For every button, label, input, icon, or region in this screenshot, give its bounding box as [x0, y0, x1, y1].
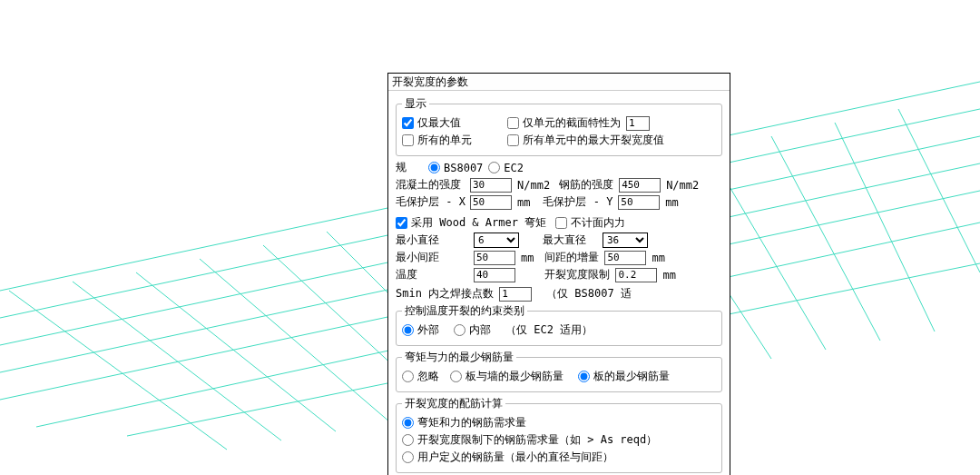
cover-y-input[interactable]: [618, 195, 660, 210]
smin-input[interactable]: [499, 287, 532, 302]
concrete-strength-input[interactable]: [470, 178, 512, 193]
display-legend: 显示: [402, 96, 429, 112]
svg-line-20: [835, 123, 935, 332]
restraint-legend: 控制温度开裂的约束类别: [402, 303, 527, 319]
svg-line-10: [200, 259, 390, 422]
crack-limit-label: 开裂宽度限制: [544, 267, 610, 282]
cover-x-label: 毛保护层 - X: [396, 194, 465, 210]
code-bs8007-radio[interactable]: BS8007: [428, 162, 483, 174]
min-dia-label: 最小直径: [396, 233, 468, 248]
dialog-title: 开裂宽度的参数: [388, 74, 730, 91]
only-unit-prop-checkbox[interactable]: 仅单元的截面特性为: [507, 115, 621, 131]
minsteel-slab-radio[interactable]: 板的最少钢筋量: [578, 369, 670, 384]
rebar-strength-input[interactable]: [619, 178, 661, 193]
restraint-external-radio[interactable]: 外部: [402, 322, 439, 338]
min-spacing-input[interactable]: [474, 251, 515, 265]
code-ec2-radio[interactable]: EC2: [488, 162, 524, 174]
unit-prop-input[interactable]: [626, 116, 650, 131]
cover-y-unit: mm: [665, 196, 678, 209]
svg-line-9: [136, 272, 336, 431]
min-spacing-label: 最小间距: [396, 250, 468, 265]
no-inplane-checkbox[interactable]: 不计面内力: [555, 215, 625, 231]
temperature-label: 温度: [396, 267, 468, 282]
restraint-note: （仅 EC2 适用）: [505, 322, 593, 338]
minsteel-group: 弯矩与力的最少钢筋量 忽略 板与墙的最少钢筋量 板的最少钢筋量: [396, 350, 722, 392]
smin-note: （仅 BS8007 适: [546, 286, 632, 302]
spacing-inc-label: 间距的增量: [544, 250, 599, 265]
calc-legend: 开裂宽度的配筋计算: [402, 396, 505, 411]
code-label: 规: [396, 160, 407, 175]
calc-opt2-radio[interactable]: 开裂宽度限制下的钢筋需求量（如 > As reqd）: [402, 432, 657, 448]
max-dia-label: 最大直径: [543, 233, 597, 248]
restraint-group: 控制温度开裂的约束类别 外部 内部 （仅 EC2 适用）: [396, 303, 722, 346]
minsteel-slabwall-radio[interactable]: 板与墙的最少钢筋量: [450, 369, 564, 384]
wood-armer-checkbox[interactable]: 采用 Wood & Armer 弯矩: [396, 215, 550, 231]
calc-opt3-radio[interactable]: 用户定义的钢筋量（最小的直径与间距）: [402, 450, 613, 465]
min-dia-select[interactable]: 6: [474, 233, 519, 248]
svg-line-19: [771, 136, 880, 341]
cover-x-unit: mm: [517, 196, 530, 209]
crack-width-dialog: 开裂宽度的参数 显示 仅最大值 仅单元的截面特性为 所有的单元 所有单元中的最大…: [387, 73, 730, 475]
minsteel-ignore-radio[interactable]: 忽略: [402, 369, 439, 384]
rebar-strength-label: 钢筋的强度: [559, 177, 613, 193]
all-units-checkbox[interactable]: 所有的单元: [402, 133, 502, 148]
max-dia-select[interactable]: 36: [603, 233, 648, 248]
cover-x-input[interactable]: [470, 195, 512, 210]
concrete-unit: N/mm2: [517, 179, 550, 192]
display-group: 显示 仅最大值 仅单元的截面特性为 所有的单元 所有单元中的最大开裂宽度值: [396, 96, 722, 156]
spacing-inc-input[interactable]: [604, 251, 646, 265]
svg-line-21: [898, 109, 980, 272]
max-crack-all-checkbox[interactable]: 所有单元中的最大开裂宽度值: [507, 133, 664, 148]
rebar-unit: N/mm2: [666, 179, 699, 192]
calc-group: 开裂宽度的配筋计算 弯矩和力的钢筋需求量 开裂宽度限制下的钢筋需求量（如 > A…: [396, 396, 722, 473]
smin-label: Smin 内之焊接点数: [396, 286, 494, 302]
only-max-checkbox[interactable]: 仅最大值: [402, 115, 502, 131]
crack-limit-input[interactable]: [615, 268, 657, 282]
concrete-strength-label: 混凝土的强度: [396, 177, 465, 193]
minsteel-legend: 弯矩与力的最少钢筋量: [402, 350, 516, 365]
cover-y-label: 毛保护层 - Y: [543, 194, 612, 210]
restraint-internal-radio[interactable]: 内部: [454, 322, 491, 338]
temperature-input[interactable]: [474, 268, 515, 282]
calc-opt1-radio[interactable]: 弯矩和力的钢筋需求量: [402, 415, 526, 430]
